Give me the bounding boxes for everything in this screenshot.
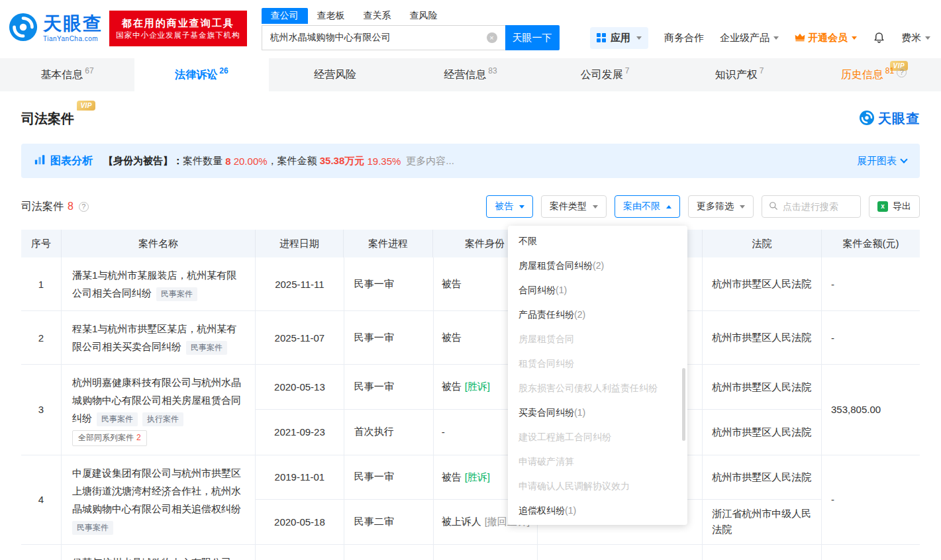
table-row: 3 杭州明嘉健康科技有限公司与杭州水晶城购物中心有限公司相关房屋租赁合同纠纷民事…	[21, 365, 920, 455]
metric1-value: 8	[225, 156, 230, 167]
tab-company-development[interactable]: 公司发展7	[538, 58, 672, 91]
dropdown-option-shareholder-damage-dispute: 股东损害公司债权人利益责任纠纷	[508, 376, 687, 400]
export-button[interactable]: x 导出	[869, 195, 920, 218]
nav-business-cooperation[interactable]: 商务合作	[664, 32, 704, 44]
vip-badge: VIP	[77, 101, 95, 111]
tab-basic-info[interactable]: 基本信息67	[0, 58, 134, 91]
table-row: 1 潘某1与杭州市某服装店，杭州某有限公司相关合同纠纷民事案件 2025-11-…	[21, 257, 920, 311]
chart-analysis-link[interactable]: 图表分析	[34, 154, 93, 168]
dropdown-option-sales-contract-dispute[interactable]: 买卖合同纠纷(1)	[508, 400, 687, 425]
case-type-filter-button[interactable]: 案件类型	[541, 195, 607, 218]
search-tab-relation[interactable]: 查关系	[354, 8, 401, 24]
row-number: 1	[21, 257, 61, 310]
dropdown-option-lease-contract-dispute: 租赁合同纠纷	[508, 351, 687, 376]
search-tab-boss[interactable]: 查老板	[308, 8, 354, 24]
col-header-case-name: 案件名称	[61, 230, 255, 257]
proceeding-date: 2025-11-07	[256, 311, 344, 364]
dropdown-option-product-liability-dispute[interactable]: 产品责任纠纷(2)	[508, 303, 687, 327]
case-name-link[interactable]: 潘某1与杭州市某服装店，杭州某有限公司相关合同纠纷	[72, 269, 236, 299]
help-icon[interactable]: ?	[897, 68, 907, 77]
court-link[interactable]: 杭州市拱墅区人民法院	[702, 311, 821, 364]
bar-chart-icon	[34, 154, 46, 168]
tab-intellectual-property[interactable]: 知识产权7	[672, 58, 807, 91]
case-name-link[interactable]: 侯某与杭州水晶城购物中心有限公司，杭州缔妆贸易有限公司相关产品责任纠纷	[72, 557, 241, 560]
dropdown-option-recourse-dispute[interactable]: 追偿权纠纷(1)	[508, 498, 687, 523]
court-link[interactable]: 杭州市拱墅区人民法院	[702, 455, 821, 500]
case-name-link[interactable]: 中厦建设集团有限公司与杭州市拱墅区上塘街道沈塘湾村经济合作社，杭州水晶城购物中心…	[72, 467, 241, 514]
search-tab-company[interactable]: 查公司	[262, 8, 308, 24]
proceeding-row: 2018-06-20 民事一审 被告 [原告撤诉] (2018) 浙0105民初…	[256, 545, 821, 560]
apps-grid-icon	[597, 33, 606, 42]
tab-history-info[interactable]: VIP 历史信息81 ?	[807, 58, 941, 91]
bell-icon	[873, 30, 885, 45]
proceeding-date: 2025-11-11	[256, 257, 344, 310]
dropdown-option-unlimited[interactable]: 不限	[508, 229, 687, 254]
tianyancha-logo[interactable]: 天眼查 TianYanCha.com	[8, 12, 103, 44]
table-search-box[interactable]	[762, 195, 861, 218]
court-link[interactable]: 杭州市拱墅区人民法院	[702, 410, 821, 454]
excel-icon: x	[877, 201, 888, 212]
tab-business-info[interactable]: 经营信息83	[403, 58, 538, 91]
notifications-button[interactable]	[873, 30, 885, 45]
analysis-identity: 【身份为被告】：	[103, 155, 183, 167]
more-filters-button[interactable]: 更多筛选	[688, 195, 754, 218]
chevron-down-icon	[773, 36, 779, 40]
list-title: 司法案件 8 ?	[21, 200, 89, 214]
search-tabs: 查公司 查老板 查关系 查风险	[262, 8, 560, 24]
case-amount: -	[821, 455, 920, 544]
search-button[interactable]: 天眼一下	[505, 25, 560, 50]
chevron-down-icon	[740, 205, 745, 209]
tab-legal-proceedings[interactable]: 法律诉讼26	[134, 58, 269, 91]
proceeding-role: -	[442, 425, 445, 440]
proceeding-role: 被告	[442, 470, 462, 485]
search-tab-risk[interactable]: 查风险	[401, 8, 447, 24]
dropdown-option-bankruptcy-liquidation: 申请破产清算	[508, 449, 687, 474]
tianyancha-logo-icon	[859, 110, 875, 128]
nav-enterprise-products[interactable]: 企业级产品	[720, 32, 779, 44]
dropdown-scrollbar[interactable]	[682, 368, 685, 441]
role-filter-button[interactable]: 被告	[486, 195, 533, 218]
chevron-down-icon	[593, 205, 598, 209]
proceeding-role: 被告	[442, 379, 462, 395]
nav-open-vip[interactable]: 开通会员	[795, 32, 857, 44]
table-search-input[interactable]	[783, 201, 854, 212]
company-section-tabs: 基本信息67 法律诉讼26 经营风险 经营信息83 公司发展7 知识产权7 VI…	[0, 58, 941, 91]
case-number-link[interactable]: (2018) 浙0105民初6532号	[537, 545, 703, 560]
court-link[interactable]: 杭州市拱墅区人民法院	[702, 257, 821, 310]
dropdown-option-housing-lease-dispute[interactable]: 房屋租赁合同纠纷(2)	[508, 254, 687, 278]
court-link[interactable]: 杭州市拱墅区人民法院	[702, 365, 821, 409]
dropdown-option-contract-dispute[interactable]: 合同纠纷(1)	[508, 278, 687, 303]
proceeding-process: 民事一审	[344, 545, 433, 560]
proceeding-date: 2018-06-20	[256, 545, 344, 560]
proceeding-process: 民事一审	[344, 455, 433, 500]
expand-chart-link[interactable]: 展开图表	[857, 155, 907, 167]
col-header-date: 进程日期	[255, 230, 343, 257]
court-link[interactable]: 杭州市拱墅区人民法院	[702, 545, 821, 560]
proceeding-role: 被上诉人	[442, 514, 481, 530]
apps-menu-button[interactable]: 应用	[590, 27, 648, 49]
series-cases-tag[interactable]: 全部同系列案件2	[72, 430, 147, 446]
cause-filter-dropdown: 不限 房屋租赁合同纠纷(2) 合同纠纷(1) 产品责任纠纷(2) 房屋租赁合同 …	[508, 226, 687, 525]
user-menu[interactable]: 费米	[901, 32, 930, 44]
apps-label: 应用	[611, 32, 630, 44]
metric2-label: 案件金额	[277, 155, 317, 167]
more-content-link[interactable]: 更多内容...	[406, 155, 454, 167]
case-type-tag: 民事案件	[97, 412, 138, 426]
company-search-input[interactable]	[262, 25, 505, 50]
chevron-down-icon	[925, 36, 930, 40]
help-icon[interactable]: ?	[79, 202, 89, 212]
verdict-badge: [胜诉]	[465, 470, 490, 485]
proceeding-process: 民事二审	[344, 500, 433, 544]
search-icon	[769, 201, 778, 212]
dropdown-option-construction-contract-dispute: 建设工程施工合同纠纷	[508, 425, 687, 449]
proceeding-date: 2021-09-23	[256, 410, 344, 454]
cause-filter-button[interactable]: 案由不限	[615, 195, 680, 218]
court-link[interactable]: 浙江省杭州市中级人民法院	[702, 500, 821, 544]
case-type-tag: 民事案件	[72, 521, 113, 535]
crown-icon	[795, 32, 805, 44]
metric1-pct: 20.00%	[234, 156, 268, 167]
metric1-label: 案件数量	[183, 155, 223, 167]
tab-operational-risk[interactable]: 经营风险	[269, 58, 403, 91]
proceeding-process: 民事一审	[344, 365, 433, 409]
clear-search-icon[interactable]: ×	[487, 32, 497, 43]
